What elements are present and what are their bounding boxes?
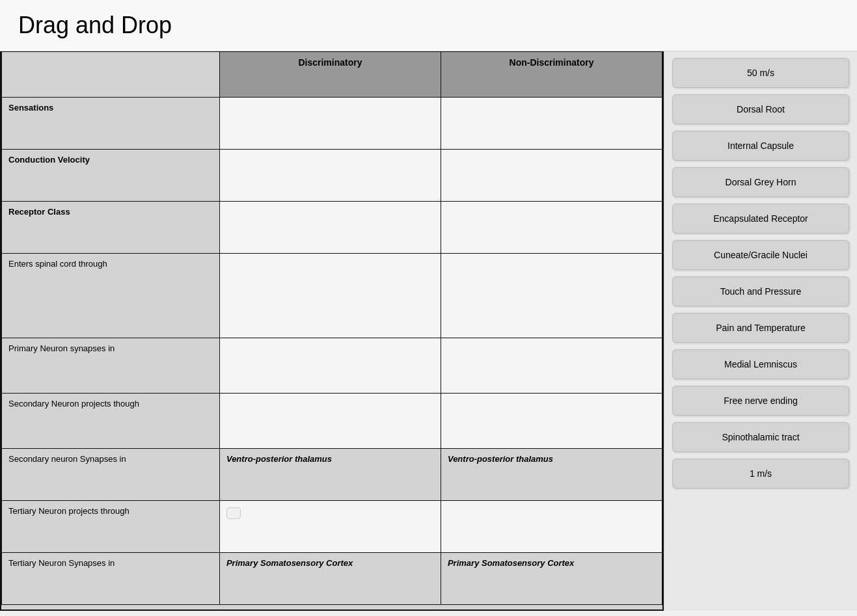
prefilled-tertiary-syn-nondisc: Primary Somatosensory Cortex — [441, 553, 662, 605]
page-title: Drag and Drop — [18, 12, 839, 39]
chip-internal-capsule[interactable]: Internal Capsule — [672, 131, 849, 161]
chip-dorsal-grey-horn[interactable]: Dorsal Grey Horn — [672, 167, 849, 197]
drop-tertiary-proj-disc[interactable] — [219, 501, 441, 553]
label-secondary-proj: Secondary Neuron projects though — [2, 394, 220, 449]
label-secondary-syn: Secondary neuron Synapses in — [2, 449, 220, 501]
prefilled-secondary-syn-disc: Ventro-posterior thalamus — [219, 449, 441, 501]
drop-enters-disc[interactable] — [219, 254, 441, 338]
chip-50ms[interactable]: 50 m/s — [672, 58, 849, 88]
drop-enters-nondisc[interactable] — [441, 254, 662, 338]
chip-touch-pressure[interactable]: Touch and Pressure — [672, 276, 849, 306]
table-row-sensations: Sensations — [2, 98, 662, 150]
drop-secondary-proj-disc[interactable] — [219, 394, 441, 449]
table-row-tertiary-syn: Tertiary Neuron Synapses in Primary Soma… — [2, 553, 662, 605]
prefilled-tertiary-syn-disc: Primary Somatosensory Cortex — [219, 553, 441, 605]
drop-conduction-disc[interactable] — [219, 150, 441, 202]
col-header-discriminatory: Discriminatory — [219, 52, 441, 98]
table-row-secondary-proj: Secondary Neuron projects though — [2, 394, 662, 449]
label-conduction: Conduction Velocity — [2, 150, 220, 202]
drop-primary-syn-disc[interactable] — [219, 338, 441, 394]
table-header-row: Discriminatory Non-Discriminatory — [2, 52, 662, 98]
main-layout: Discriminatory Non-Discriminatory Sensat… — [0, 51, 857, 611]
chip-1ms[interactable]: 1 m/s — [672, 459, 849, 489]
drop-receptor-nondisc[interactable] — [441, 202, 662, 254]
drop-primary-syn-nondisc[interactable] — [441, 338, 662, 394]
drop-tertiary-proj-nondisc[interactable] — [441, 501, 662, 553]
table-row-enters: Enters spinal cord through — [2, 254, 662, 338]
col-header-non-discriminatory: Non-Discriminatory — [441, 52, 662, 98]
chip-spinothalamic-tract[interactable]: Spinothalamic tract — [672, 422, 849, 452]
sidebar: 50 m/s Dorsal Root Internal Capsule Dors… — [664, 51, 857, 611]
prefilled-secondary-syn-nondisc: Ventro-posterior thalamus — [441, 449, 662, 501]
chip-pain-temperature[interactable]: Pain and Temperature — [672, 313, 849, 343]
page-header: Drag and Drop — [0, 0, 857, 51]
chip-encapsulated-receptor[interactable]: Encapsulated Receptor — [672, 204, 849, 234]
table-row-receptor: Receptor Class — [2, 202, 662, 254]
table-row-tertiary-proj: Tertiary Neuron projects through — [2, 501, 662, 553]
drop-receptor-disc[interactable] — [219, 202, 441, 254]
chip-free-nerve-ending[interactable]: Free nerve ending — [672, 386, 849, 416]
label-tertiary-syn: Tertiary Neuron Synapses in — [2, 553, 220, 605]
label-receptor: Receptor Class — [2, 202, 220, 254]
drag-item-in-cell[interactable] — [226, 507, 241, 519]
drop-sensations-disc[interactable] — [219, 98, 441, 150]
drop-secondary-proj-nondisc[interactable] — [441, 394, 662, 449]
label-tertiary-proj: Tertiary Neuron projects through — [2, 501, 220, 553]
table-section: Discriminatory Non-Discriminatory Sensat… — [0, 51, 664, 611]
main-table: Discriminatory Non-Discriminatory Sensat… — [1, 51, 662, 605]
table-row-conduction: Conduction Velocity — [2, 150, 662, 202]
table-row-primary-syn: Primary Neuron synapses in — [2, 338, 662, 394]
col-header-label — [2, 52, 220, 98]
label-sensations: Sensations — [2, 98, 220, 150]
chip-dorsal-root[interactable]: Dorsal Root — [672, 94, 849, 124]
drop-sensations-nondisc[interactable] — [441, 98, 662, 150]
label-primary-syn: Primary Neuron synapses in — [2, 338, 220, 394]
label-enters: Enters spinal cord through — [2, 254, 220, 338]
chip-cuneate-gracile[interactable]: Cuneate/Gracile Nuclei — [672, 240, 849, 270]
chip-medial-lemniscus[interactable]: Medial Lemniscus — [672, 349, 849, 379]
table-row-secondary-syn: Secondary neuron Synapses in Ventro-post… — [2, 449, 662, 501]
drop-conduction-nondisc[interactable] — [441, 150, 662, 202]
